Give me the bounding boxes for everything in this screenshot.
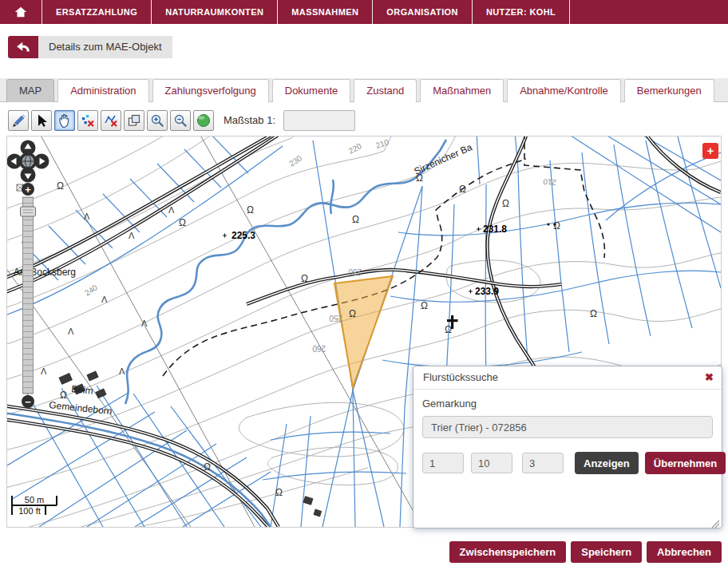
tab-zustand[interactable]: Zustand bbox=[354, 79, 417, 102]
zoom-slider-handle[interactable] bbox=[21, 207, 36, 216]
svg-text:Ω: Ω bbox=[60, 390, 67, 401]
nav-item-massnahmen[interactable]: MASSNAHMEN bbox=[277, 0, 372, 24]
zoom-in-tool-button[interactable] bbox=[147, 110, 168, 131]
tab-administration[interactable]: Administration bbox=[57, 79, 148, 102]
dialog-header: Flurstückssuche ✖ bbox=[413, 366, 722, 390]
home-button[interactable] bbox=[0, 0, 42, 24]
zwischenspeichern-button[interactable]: Zwischenspeichern bbox=[449, 541, 567, 563]
page-title: Details zum MAE-Objekt bbox=[38, 36, 172, 58]
nenner-input[interactable] bbox=[522, 453, 564, 473]
nav-item-nutzer[interactable]: NUTZER: KOHL bbox=[472, 0, 569, 24]
dashed-boundaries bbox=[163, 137, 604, 376]
svg-text:Λ: Λ bbox=[129, 231, 135, 240]
back-arrow-icon bbox=[14, 38, 32, 56]
svg-text:Ω: Ω bbox=[421, 300, 428, 311]
svg-text:Ω: Ω bbox=[275, 487, 283, 498]
svg-text:−: − bbox=[25, 396, 31, 408]
svg-text:Λ: Λ bbox=[101, 295, 108, 304]
svg-text:Λ: Λ bbox=[84, 212, 90, 221]
globe-icon bbox=[196, 113, 212, 129]
gemarkung-label: Gemarkung bbox=[422, 398, 713, 410]
pencil-icon bbox=[10, 113, 26, 129]
svg-text:Ω: Ω bbox=[553, 220, 560, 232]
svg-text:231.8: 231.8 bbox=[483, 224, 507, 235]
pan-tool-button[interactable] bbox=[54, 110, 75, 131]
nav-item-organisation[interactable]: ORGANISATION bbox=[372, 0, 472, 24]
select-tool-button[interactable] bbox=[31, 110, 52, 131]
copy-geometry-tool-button[interactable] bbox=[124, 110, 144, 131]
svg-text:225.3: 225.3 bbox=[231, 230, 255, 241]
zaehler-input[interactable] bbox=[471, 453, 512, 473]
nav-item-ersatzzahlung[interactable]: ERSATZZAHLUNG bbox=[42, 0, 151, 24]
tab-massnahmen[interactable]: Maßnahmen bbox=[420, 79, 504, 102]
magnifier-plus-icon bbox=[149, 113, 165, 129]
zoom-out-tool-button[interactable] bbox=[170, 110, 191, 131]
svg-text:250: 250 bbox=[329, 314, 342, 323]
svg-text:Ω: Ω bbox=[352, 214, 359, 225]
svg-text:230: 230 bbox=[348, 267, 362, 276]
resize-grip-icon bbox=[711, 520, 720, 528]
svg-text:Ω: Ω bbox=[590, 308, 597, 319]
svg-text:Ω: Ω bbox=[179, 217, 186, 228]
tab-dokumente[interactable]: Dokumente bbox=[272, 79, 350, 102]
svg-text:+: + bbox=[707, 144, 714, 157]
zoom-slider-track[interactable] bbox=[23, 197, 34, 394]
svg-text:Ω: Ω bbox=[57, 180, 64, 192]
draw-tool-button[interactable] bbox=[8, 110, 29, 131]
geometry-delete-icon bbox=[103, 113, 119, 129]
scale-bar: 50 m 100 ft bbox=[12, 495, 57, 516]
vertex-delete-tool-button[interactable] bbox=[77, 110, 98, 131]
map-zoom-control: + − bbox=[21, 183, 36, 408]
speichern-button[interactable]: Speichern bbox=[571, 541, 642, 563]
svg-text:233.9: 233.9 bbox=[475, 286, 499, 297]
svg-text:Ω: Ω bbox=[445, 324, 452, 335]
full-extent-button[interactable] bbox=[193, 110, 214, 131]
flurstueck-search-dialog: Flurstückssuche ✖ Gemarkung Anzeigen Übe… bbox=[413, 366, 722, 528]
svg-text:Ω: Ω bbox=[204, 461, 211, 473]
svg-text:Ω: Ω bbox=[502, 198, 509, 209]
tab-bemerkungen[interactable]: Bemerkungen bbox=[624, 79, 714, 102]
label-beim: Beim bbox=[71, 383, 94, 397]
tab-abnahme-kontrolle[interactable]: Abnahme/Kontrolle bbox=[507, 79, 621, 102]
copy-icon bbox=[126, 113, 142, 129]
svg-text:Ω: Ω bbox=[301, 273, 308, 284]
uebernehmen-button[interactable]: Übernehmen bbox=[645, 452, 726, 474]
svg-text:240: 240 bbox=[83, 283, 99, 298]
add-overlay-button[interactable]: + bbox=[702, 143, 718, 159]
magnifier-minus-icon bbox=[172, 113, 188, 129]
map-pan-control[interactable] bbox=[7, 141, 49, 183]
svg-text:Ω: Ω bbox=[349, 308, 356, 319]
dialog-body: Gemarkung Anzeigen Übernehmen bbox=[413, 390, 722, 480]
cursor-icon bbox=[34, 113, 49, 129]
svg-text:Ω: Ω bbox=[459, 184, 466, 195]
app-root: ERSATZZAHLUNG NATURRAUMKONTEN MASSNAHMEN… bbox=[0, 0, 728, 566]
svg-text:Λ: Λ bbox=[41, 366, 47, 376]
tab-zahlungsverfolgung[interactable]: Zahlungsverfolgung bbox=[152, 79, 269, 102]
anzeigen-button[interactable]: Anzeigen bbox=[575, 452, 639, 474]
svg-text:Λ: Λ bbox=[68, 327, 74, 336]
tab-map[interactable]: MAP bbox=[6, 79, 54, 102]
svg-text:Λ: Λ bbox=[119, 366, 125, 376]
dialog-close-icon[interactable]: ✖ bbox=[705, 366, 714, 389]
geometry-delete-tool-button[interactable] bbox=[101, 110, 121, 131]
abbrechen-button[interactable]: Abbrechen bbox=[647, 541, 722, 563]
svg-text:50 m: 50 m bbox=[25, 495, 44, 505]
vertex-delete-icon bbox=[80, 113, 96, 129]
nav-divider bbox=[569, 0, 570, 24]
nav-item-naturraumkonten[interactable]: NATURRAUMKONTEN bbox=[151, 0, 277, 24]
back-button[interactable] bbox=[8, 36, 38, 58]
svg-text:210: 210 bbox=[542, 177, 556, 187]
svg-text:Ω: Ω bbox=[247, 204, 254, 216]
svg-text:+: + bbox=[25, 184, 31, 196]
svg-text:260: 260 bbox=[312, 344, 326, 353]
dialog-resize-handle[interactable] bbox=[711, 517, 720, 526]
flurstueck-field-row: Anzeigen Übernehmen bbox=[422, 452, 713, 474]
hand-pan-icon bbox=[57, 113, 73, 129]
scale-input[interactable] bbox=[283, 110, 355, 131]
gemarkung-select[interactable] bbox=[422, 416, 713, 438]
svg-text:Λ: Λ bbox=[141, 319, 148, 328]
selected-parcel-polygon[interactable] bbox=[334, 276, 393, 387]
flur-input[interactable] bbox=[422, 453, 464, 473]
svg-text:220: 220 bbox=[347, 141, 363, 156]
footer-actions: Zwischenspeichern Speichern Abbrechen bbox=[449, 541, 722, 563]
